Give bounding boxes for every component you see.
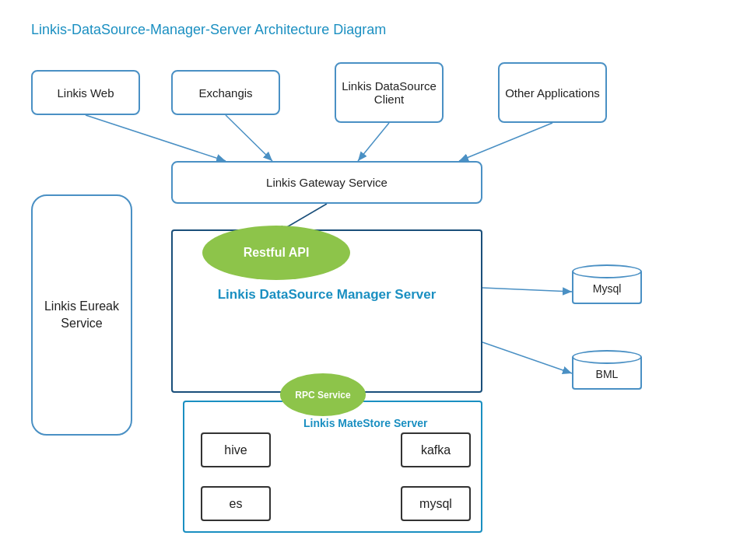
box-datasource-client: Linkis DataSource Client	[335, 62, 444, 123]
svg-line-7	[482, 288, 572, 292]
box-es: es	[201, 486, 271, 521]
box-gateway: Linkis Gateway Service	[171, 161, 482, 204]
box-mysql-small: mysql	[401, 486, 471, 521]
cylinder-mysql: Mysql	[572, 264, 642, 304]
svg-line-2	[86, 115, 226, 161]
cylinder-bml: BML	[572, 350, 642, 390]
box-kafka: kafka	[401, 432, 471, 467]
svg-line-3	[226, 115, 272, 161]
matestore-label: Linkis MateStore Server	[303, 416, 428, 432]
svg-line-5	[459, 123, 552, 161]
dsm-label: Linkis DataSource Manager Server	[173, 285, 481, 304]
box-exchangis: Exchangis	[171, 70, 280, 115]
diagram-container: Linkis-DataSource-Manager-Server Archite…	[0, 0, 747, 560]
svg-line-4	[358, 123, 389, 161]
diagram-title: Linkis-DataSource-Manager-Server Archite…	[31, 22, 386, 38]
box-hive: hive	[201, 432, 271, 467]
cylinder-top-bml	[572, 350, 642, 364]
box-other-applications: Other Applications	[498, 62, 607, 123]
ellipse-restful-api: Restful API	[202, 226, 350, 280]
box-linkis-web: Linkis Web	[31, 70, 140, 115]
cylinder-top-mysql	[572, 264, 642, 278]
box-eureak-service: Linkis Eureak Service	[31, 194, 132, 436]
svg-line-8	[482, 342, 572, 373]
ellipse-rpc-service: RPC Service	[280, 373, 366, 416]
